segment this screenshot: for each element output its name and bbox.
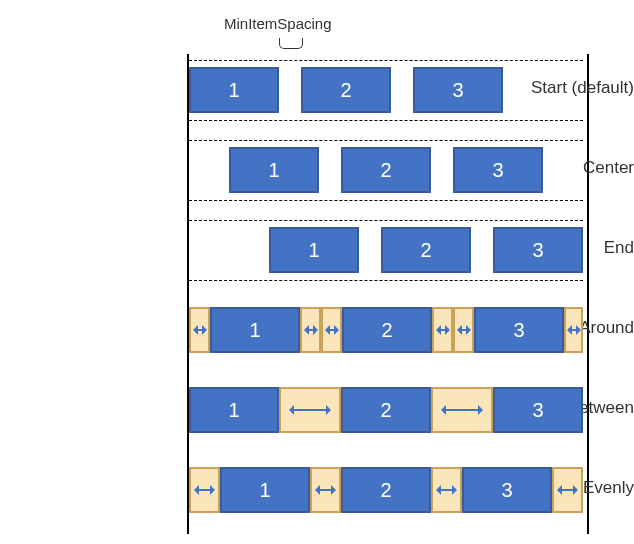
item-box: 1 <box>210 307 300 353</box>
item-box: 2 <box>341 147 431 193</box>
gap-box <box>552 467 583 513</box>
item-box: 3 <box>462 467 552 513</box>
gap-box <box>321 307 342 353</box>
item-number: 1 <box>268 159 279 182</box>
gap-box <box>453 307 474 353</box>
gap-box <box>279 387 341 433</box>
arrow-icon <box>437 329 449 331</box>
item-box: 1 <box>189 67 279 113</box>
arrow-icon <box>458 329 470 331</box>
row-divider <box>189 280 583 281</box>
item-box: 1 <box>269 227 359 273</box>
gap-box <box>431 387 493 433</box>
row-divider <box>189 200 583 201</box>
item-box: 1 <box>220 467 310 513</box>
arrow-icon <box>568 329 580 331</box>
item-number: 2 <box>340 79 351 102</box>
item-number: 3 <box>532 239 543 262</box>
min-item-spacing-brace <box>279 38 303 49</box>
row-divider <box>189 120 583 121</box>
item-box: 3 <box>413 67 503 113</box>
gap-box <box>300 307 321 353</box>
arrow-icon <box>290 409 331 411</box>
item-box: 2 <box>341 467 431 513</box>
item-number: 3 <box>452 79 463 102</box>
item-number: 2 <box>380 479 391 502</box>
item-number: 3 <box>532 399 543 422</box>
item-number: 1 <box>228 399 239 422</box>
item-number: 3 <box>492 159 503 182</box>
item-number: 2 <box>380 399 391 422</box>
arrow-icon <box>305 329 317 331</box>
arrow-icon <box>195 489 214 491</box>
item-box: 2 <box>381 227 471 273</box>
item-box: 1 <box>189 387 279 433</box>
gap-box <box>310 467 341 513</box>
item-number: 1 <box>259 479 270 502</box>
arrow-icon <box>316 489 335 491</box>
item-number: 2 <box>381 319 392 342</box>
item-number: 1 <box>228 79 239 102</box>
item-box: 2 <box>342 307 432 353</box>
gap-box <box>564 307 583 353</box>
arrow-icon <box>558 489 577 491</box>
item-box: 3 <box>493 387 583 433</box>
arrow-icon <box>437 489 456 491</box>
min-item-spacing-label: MinItemSpacing <box>224 15 332 32</box>
row-center: 1 2 3 <box>189 140 583 200</box>
arrow-icon <box>194 329 206 331</box>
gap-box <box>189 467 220 513</box>
item-number: 2 <box>420 239 431 262</box>
row-start: 1 2 3 <box>189 60 583 120</box>
item-box: 1 <box>229 147 319 193</box>
gap-box <box>189 307 210 353</box>
row-space-between: 1 2 3 <box>189 380 583 440</box>
arrow-icon <box>326 329 338 331</box>
item-box: 2 <box>341 387 431 433</box>
item-box: 3 <box>474 307 564 353</box>
arrow-icon <box>442 409 483 411</box>
item-number: 2 <box>380 159 391 182</box>
item-box: 3 <box>493 227 583 273</box>
item-number: 1 <box>249 319 260 342</box>
row-end: 1 2 3 <box>189 220 583 280</box>
justification-diagram: MinItemSpacing Start (default) 1 2 3 Cen… <box>0 0 634 544</box>
gap-box <box>432 307 453 353</box>
row-space-evenly: 1 2 3 <box>189 460 583 520</box>
item-number: 1 <box>308 239 319 262</box>
row-space-around: 1 2 3 <box>189 300 583 360</box>
item-box: 3 <box>453 147 543 193</box>
item-number: 3 <box>513 319 524 342</box>
gap-box <box>431 467 462 513</box>
item-number: 3 <box>501 479 512 502</box>
item-box: 2 <box>301 67 391 113</box>
